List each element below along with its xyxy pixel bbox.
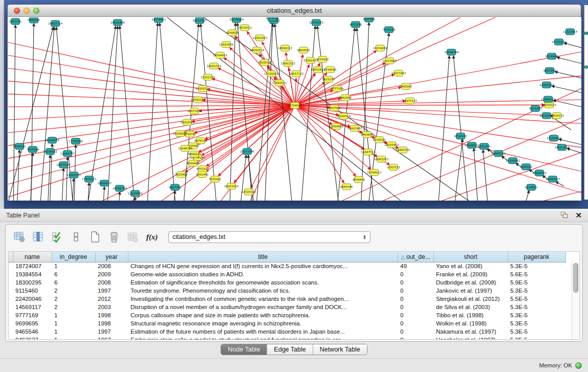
table-row[interactable]: 1938455462009Genome-wide association stu… <box>9 270 565 278</box>
graph-node-label: 10719155 <box>309 21 323 24</box>
column-header-pagerank[interactable]: pagerank <box>508 252 565 262</box>
background-window-sliver <box>584 5 588 200</box>
table-cell: Embryonic stem cells: a model to study s… <box>128 336 398 340</box>
column-header-short[interactable]: short <box>433 252 508 262</box>
graph-node-label: 17957223 <box>82 178 96 181</box>
graph-node-label: 16782759 <box>113 187 127 190</box>
memory-ok-indicator[interactable] <box>575 362 582 369</box>
table-cell: 0 <box>398 295 433 303</box>
table-panel-body: f(x) citations_edges.txt ▲▼ namein_degre… <box>5 224 583 342</box>
column-header-year[interactable]: year <box>95 252 128 262</box>
table-cell: 14569117 <box>13 303 52 311</box>
zoom-window-button[interactable] <box>33 8 39 14</box>
table-cell: 0 <box>398 336 433 340</box>
graph-node-label: 7525411 <box>209 178 222 181</box>
table-cell: Dudbridge et al. (2008) <box>433 278 508 287</box>
graph-edge <box>264 79 581 201</box>
column-header-title[interactable]: title <box>128 252 398 262</box>
chevron-updown-icon: ▲▼ <box>363 234 366 239</box>
table-row[interactable]: 977716911998Corpus callosum shape and si… <box>9 311 565 319</box>
function-builder-icon[interactable]: f(x) <box>145 230 159 244</box>
graph-node-label: 4751913 <box>197 167 209 170</box>
graph-node-label: 1691442 <box>196 173 209 176</box>
table-row[interactable]: 1456911722003Disruption of a novel membe… <box>9 303 565 311</box>
table-row[interactable]: 2242004622012Investigating the contribut… <box>9 295 565 303</box>
graph-node-label: 16061539 <box>207 64 221 68</box>
graph-node-label: 19632512 <box>237 26 252 29</box>
network-canvas[interactable]: 1872400722406141242543918584415160615391… <box>8 17 581 201</box>
graph-node-label: 9227349 <box>543 69 556 72</box>
delete-column-icon[interactable] <box>107 230 121 244</box>
table-row[interactable]: 911546021997Tourette syndrome. Phenomeno… <box>9 287 565 295</box>
table-row[interactable]: 1830029562008Estimation of significance … <box>9 278 565 287</box>
column-header-gutter[interactable] <box>9 252 13 262</box>
graph-node-label: 16154838 <box>373 47 387 50</box>
table-cell: de Silva et al. (2003) <box>433 303 508 311</box>
graph-node-label: 13201325 <box>201 76 215 79</box>
graph-edge <box>16 150 19 201</box>
row-selection-icon[interactable] <box>51 230 64 244</box>
graph-node-label: 15046766 <box>178 147 192 150</box>
graph-node-label: 8313074 <box>266 17 279 19</box>
table-source-dropdown[interactable]: citations_edges.txt ▲▼ <box>168 231 371 243</box>
graph-node-label: 10456123 <box>491 152 506 155</box>
graph-node-label: 10025453 <box>384 143 399 146</box>
new-column-icon[interactable] <box>89 230 102 244</box>
close-window-button[interactable] <box>14 8 20 14</box>
table-cell <box>9 278 13 287</box>
table-cell: 1998 <box>95 319 128 327</box>
table-row[interactable]: 969969511998Structural magnetic resonanc… <box>9 319 565 327</box>
column-header-in_degree[interactable]: in_degree <box>52 252 95 262</box>
table-mode-icon[interactable] <box>70 230 83 244</box>
table-cell: 6 <box>52 270 95 278</box>
graph-node-label: 8505141 <box>13 145 26 148</box>
table-row[interactable]: 946362711997Embryonic stem cells: a mode… <box>9 336 565 340</box>
tab-edge-table[interactable]: Edge Table <box>267 344 312 355</box>
graph-node-label: 15582127 <box>191 98 205 101</box>
graph-node-label: 7462662 <box>339 96 352 99</box>
table-cell: 2009 <box>95 270 128 278</box>
column-header-name[interactable]: name <box>13 252 52 262</box>
graph-edge <box>397 186 581 201</box>
graph-edge <box>206 105 295 166</box>
graph-edge <box>146 23 158 201</box>
column-header-out_degree[interactable]: △out_de... <box>398 252 433 262</box>
graph-node-label: 18584415 <box>213 54 227 57</box>
graph-node-label: 11662533 <box>272 81 287 84</box>
graph-edge <box>61 168 63 201</box>
graph-node-label: 9860615 <box>297 49 310 52</box>
graph-edge <box>295 105 581 199</box>
table-cell: 2 <box>52 295 95 303</box>
minimize-window-button[interactable] <box>24 8 30 14</box>
graph-node-label: 14853413 <box>311 68 325 71</box>
graph-edge <box>106 26 118 201</box>
graph-edge <box>453 56 470 201</box>
float-window-icon[interactable] <box>561 212 568 218</box>
graph-node-label: 38245514 <box>336 115 351 118</box>
table-scrollbar[interactable] <box>572 262 579 339</box>
graph-node-label: 2087682 <box>363 17 376 20</box>
graph-node-label: 7625402 <box>175 173 188 176</box>
select-column-icon[interactable] <box>32 230 45 244</box>
network-view-window[interactable]: citations_edges.txt 18724007224061412425… <box>7 4 581 201</box>
table-row[interactable]: 946554611997Estimation of the future num… <box>9 327 565 336</box>
table-cell: 18724007 <box>13 262 52 270</box>
graph-node-label: 16210647 <box>539 114 554 117</box>
tab-node-table[interactable]: Node Table <box>221 344 267 355</box>
table-settings-icon[interactable] <box>13 230 26 244</box>
graph-node-label: 16495756 <box>396 148 410 151</box>
table-cell: 5.3E-5 <box>508 336 565 340</box>
graph-node-label: 9857791 <box>169 186 182 189</box>
table-cell: 9465546 <box>13 327 52 336</box>
table-cell: 5.3E-5 <box>508 262 565 270</box>
close-icon[interactable]: ✕ <box>575 211 582 219</box>
scrollbar-thumb[interactable] <box>573 263 578 293</box>
table-cell: 5.5E-5 <box>508 295 565 303</box>
table-row[interactable]: 1872400712008Changes of HCN gene express… <box>9 262 565 270</box>
graph-node-label: 10975887 <box>56 163 71 166</box>
table-cell: 0 <box>398 327 433 336</box>
tab-network-table[interactable]: Network Table <box>313 344 367 355</box>
window-titlebar[interactable]: citations_edges.txt <box>8 5 581 17</box>
table-cell: 0 <box>398 303 433 311</box>
node-table-wrap[interactable]: namein_degreeyeartitle△out_de...shortpag… <box>8 251 580 340</box>
